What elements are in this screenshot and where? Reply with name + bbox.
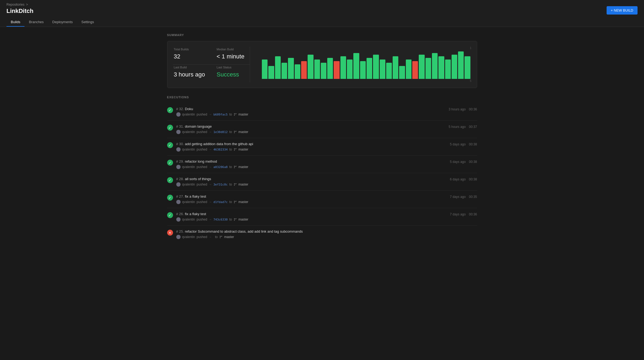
tab-deployments[interactable]: Deployments xyxy=(48,18,77,27)
user-avatar xyxy=(176,112,181,117)
user-name: qvalentin xyxy=(182,165,195,169)
duration: 00:36 xyxy=(469,107,477,111)
arrow-icon: → xyxy=(209,200,212,204)
stat-last-status: Last Status Success xyxy=(211,64,250,82)
execution-time: 6 days ago 00:38 xyxy=(450,177,477,181)
commit-hash[interactable]: 743c6330 xyxy=(213,218,228,221)
execution-number: # 29. xyxy=(176,159,184,163)
execution-item[interactable]: ✓ # 32. Doku qvalentin pushed → b609fac5… xyxy=(167,103,477,121)
stat-last-build-value: 3 hours ago xyxy=(174,71,206,78)
chart-bar xyxy=(464,56,470,79)
user-name: qvalentin xyxy=(182,235,195,239)
execution-item[interactable]: ✓ # 30. add getting addition data from t… xyxy=(167,138,477,156)
to-label: to xyxy=(229,148,232,151)
branch-name[interactable]: master xyxy=(238,113,248,116)
arrow-icon: → xyxy=(209,165,212,169)
user-name: qvalentin xyxy=(182,113,195,116)
execution-time: 7 days ago 00:35 xyxy=(450,195,477,199)
stat-last-build-label: Last Build xyxy=(174,66,206,69)
commit-hash[interactable]: 1e30d812 xyxy=(213,130,228,134)
new-build-label: + NEW BUILD xyxy=(611,8,633,12)
status-icon: ✓ xyxy=(167,212,173,218)
user-avatar xyxy=(176,147,181,152)
user-name: qvalentin xyxy=(182,218,195,221)
time-ago: 5 days ago xyxy=(450,160,466,164)
time-ago: 7 days ago xyxy=(450,195,466,199)
execution-item[interactable]: ✓ # 29. refactor long method qvalentin p… xyxy=(167,156,477,173)
branch-name[interactable]: master xyxy=(238,148,248,151)
breadcrumb-repositories[interactable]: Repositories xyxy=(6,3,24,6)
tab-builds[interactable]: Builds xyxy=(6,18,24,27)
duration: 00:38 xyxy=(469,160,477,164)
stats-grid: Total Builds 32 Median Build < 1 minute … xyxy=(173,47,250,82)
execution-title: # 28. all sorts of things xyxy=(176,177,447,181)
branch-icon xyxy=(234,200,237,204)
header-left: Repositories > LinkDitch xyxy=(6,3,33,18)
tab-settings[interactable]: Settings xyxy=(77,18,98,27)
summary-section-title: SUMMARY xyxy=(167,33,477,37)
to-label: to xyxy=(229,200,232,204)
user-name: qvalentin xyxy=(182,200,195,204)
chart-bar xyxy=(314,60,320,79)
execution-item[interactable]: ✕ # 25. refactor Subcommand to abstract … xyxy=(167,226,477,243)
execution-item[interactable]: ✓ # 26. fix a flaky test qvalentin pushe… xyxy=(167,208,477,226)
svg-point-14 xyxy=(234,185,235,186)
stat-total-builds-value: 32 xyxy=(174,53,206,60)
commit-hash[interactable]: b609fac5 xyxy=(213,113,228,116)
execution-name[interactable]: refactor long method xyxy=(185,159,217,163)
execution-name[interactable]: Doku xyxy=(185,107,193,111)
execution-info: # 25. refactor Subcommand to abstract cl… xyxy=(176,229,471,239)
chart-bar xyxy=(452,55,457,79)
commit-hash[interactable]: 3ef31c0c xyxy=(213,183,228,186)
chart-bar xyxy=(281,63,287,79)
action-label: pushed xyxy=(197,235,207,239)
execution-info: # 28. all sorts of things qvalentin push… xyxy=(176,177,447,187)
execution-name[interactable]: fix a flaky test xyxy=(185,194,206,198)
svg-point-17 xyxy=(234,202,235,203)
execution-title: # 26. fix a flaky test xyxy=(176,212,447,216)
execution-info: # 31. domain language qvalentin pushed →… xyxy=(176,124,446,134)
chart-bar xyxy=(321,63,326,79)
branch-name[interactable]: master xyxy=(238,130,248,134)
build-chart: 1 5 xyxy=(261,47,471,82)
action-label: pushed xyxy=(197,113,207,116)
execution-time: 5 days ago 00:38 xyxy=(450,142,477,146)
chart-bar xyxy=(301,61,307,79)
execution-name[interactable]: add getting addition data from the githu… xyxy=(185,142,253,146)
stat-last-build: Last Build 3 hours ago xyxy=(173,64,211,82)
branch-name[interactable]: master xyxy=(238,165,248,169)
execution-name[interactable]: domain language xyxy=(185,124,212,128)
user-avatar xyxy=(176,130,181,134)
execution-name[interactable]: fix a flaky test xyxy=(185,212,206,216)
time-ago: 5 days ago xyxy=(450,142,466,146)
branch-name[interactable]: master xyxy=(238,218,248,221)
stat-median-build: Median Build < 1 minute xyxy=(211,47,250,64)
execution-info: # 27. fix a flaky test qvalentin pushed … xyxy=(176,194,447,204)
execution-time: 7 days ago 00:36 xyxy=(450,212,477,216)
action-label: pushed xyxy=(197,165,207,169)
execution-name[interactable]: all sorts of things xyxy=(185,177,211,181)
commit-hash[interactable]: a03206a8 xyxy=(213,165,228,169)
branch-name[interactable]: master xyxy=(238,200,248,204)
execution-item[interactable]: ✓ # 31. domain language qvalentin pushed… xyxy=(167,121,477,138)
execution-meta: qvalentin pushed → a03206a8 to master xyxy=(176,165,447,169)
branch-name[interactable]: master xyxy=(224,235,234,239)
commit-hash[interactable]: 46382334 xyxy=(213,148,228,151)
svg-point-5 xyxy=(234,132,235,133)
action-label: pushed xyxy=(197,130,207,134)
tab-branches[interactable]: Branches xyxy=(24,18,48,27)
execution-info: # 26. fix a flaky test qvalentin pushed … xyxy=(176,212,447,222)
execution-item[interactable]: ✓ # 27. fix a flaky test qvalentin pushe… xyxy=(167,191,477,208)
execution-title: # 32. Doku xyxy=(176,107,446,111)
chart-bar xyxy=(432,53,438,79)
chart-bar xyxy=(262,60,268,79)
execution-name[interactable]: refactor Subcommand to abstract class, a… xyxy=(185,229,303,233)
execution-item[interactable]: ✓ # 28. all sorts of things qvalentin pu… xyxy=(167,173,477,191)
arrow-icon: → xyxy=(209,130,212,134)
new-build-button[interactable]: + NEW BUILD xyxy=(607,6,638,15)
branch-icon xyxy=(234,113,237,116)
commit-hash[interactable]: d1fdad7c xyxy=(213,200,228,204)
chart-bar xyxy=(393,56,398,79)
branch-name[interactable]: master xyxy=(238,183,248,186)
action-label: pushed xyxy=(197,200,207,204)
